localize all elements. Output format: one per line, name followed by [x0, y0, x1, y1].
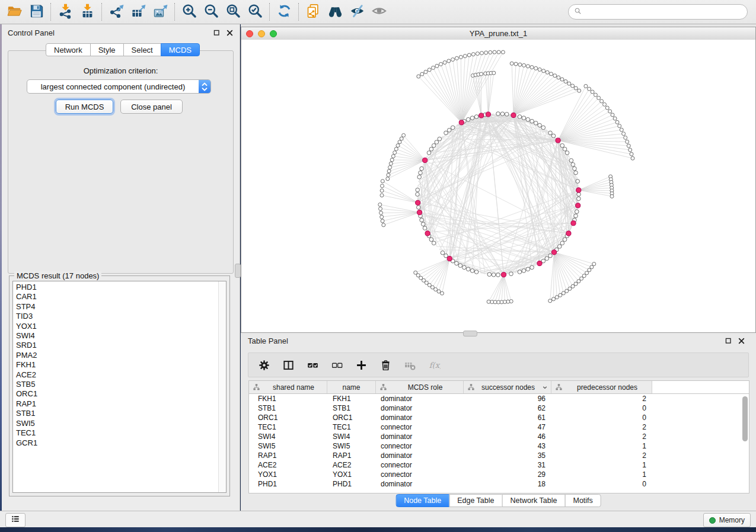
- mcds-result-item[interactable]: PHD1: [16, 283, 226, 292]
- search-box[interactable]: [568, 4, 748, 20]
- mcds-result-item[interactable]: TEC1: [16, 428, 226, 438]
- tab-network-table[interactable]: Network Table: [502, 494, 566, 507]
- table-cell: 62: [464, 404, 551, 412]
- table-cell: 2: [551, 423, 652, 431]
- hide-selected-button[interactable]: [346, 2, 368, 22]
- table-row[interactable]: TEC1TEC1connector472: [249, 422, 749, 432]
- zoom-fit-button[interactable]: [222, 2, 244, 22]
- table-cell: 1: [551, 470, 652, 479]
- table-row[interactable]: SWI5SWI5connector431: [249, 441, 749, 451]
- panel-menu-button[interactable]: [5, 513, 25, 527]
- export-network-button[interactable]: [106, 2, 127, 22]
- column-header-shared-name[interactable]: shared name: [249, 381, 327, 393]
- run-mcds-button[interactable]: Run MCDS: [56, 100, 113, 114]
- tab-network[interactable]: Network: [46, 43, 91, 56]
- first-neighbors-button[interactable]: [324, 2, 346, 22]
- import-table-button[interactable]: [76, 2, 98, 22]
- refresh-view-button[interactable]: [273, 2, 295, 22]
- table-cell: TEC1: [327, 423, 376, 431]
- function-builder-icon: f(x): [428, 359, 441, 371]
- table-row[interactable]: PHD1PHD1dominator180: [249, 479, 749, 489]
- split-divider-handle[interactable]: [235, 264, 241, 278]
- close-panel-icon[interactable]: [738, 337, 745, 345]
- table-row[interactable]: RAP1RAP1dominator352: [249, 451, 749, 460]
- mcds-result-item[interactable]: ORC1: [16, 389, 226, 399]
- column-header-successor-nodes[interactable]: successor nodes: [464, 381, 551, 393]
- search-input[interactable]: [582, 7, 742, 17]
- mcds-result-scrollbar[interactable]: [218, 281, 226, 492]
- float-panel-icon[interactable]: [725, 337, 732, 345]
- close-panel-button[interactable]: Close panel: [120, 100, 183, 114]
- memory-label: Memory: [719, 516, 745, 524]
- mcds-result-item[interactable]: YOX1: [16, 322, 226, 331]
- sort-desc-icon[interactable]: [541, 384, 548, 391]
- optimization-criterion-select[interactable]: largest connected component (undirected): [27, 79, 211, 94]
- table-scrollbar-thumb[interactable]: [742, 396, 748, 441]
- tab-motifs[interactable]: Motifs: [564, 494, 601, 507]
- table-cell: SWI5: [249, 442, 327, 450]
- mcds-result-item[interactable]: GCR1: [16, 438, 226, 448]
- show-columns-icon[interactable]: [282, 359, 295, 371]
- mcds-result-item[interactable]: FKH1: [16, 360, 226, 370]
- toolbar-separator: [50, 3, 52, 21]
- table-row[interactable]: FKH1FKH1dominator962: [249, 394, 749, 403]
- close-panel-icon[interactable]: [226, 29, 234, 37]
- tab-edge-table[interactable]: Edge Table: [449, 494, 502, 507]
- import-network-button[interactable]: [55, 2, 76, 22]
- deselect-all-icon[interactable]: [331, 359, 343, 371]
- tab-node-table[interactable]: Node Table: [395, 494, 449, 507]
- table-cell: SWI5: [327, 442, 376, 450]
- mcds-result-item[interactable]: CAR1: [16, 292, 226, 302]
- table-panel-title: Table Panel: [248, 336, 288, 345]
- table-cell: dominator: [376, 395, 464, 403]
- combo-stepper-icon[interactable]: [199, 80, 210, 93]
- table-cell: 96: [464, 395, 551, 403]
- control-panel-tabs: NetworkStyleSelectMCDS: [46, 43, 200, 56]
- network-graph[interactable]: [241, 40, 755, 332]
- zoom-in-button[interactable]: [178, 2, 200, 22]
- open-file-button[interactable]: [4, 2, 25, 22]
- tab-select[interactable]: Select: [123, 43, 161, 56]
- column-header-predecessor-nodes[interactable]: predecessor nodes: [551, 381, 652, 393]
- tab-style[interactable]: Style: [90, 43, 124, 56]
- table-cell: YOX1: [249, 470, 327, 479]
- settings-gear-icon[interactable]: [258, 359, 270, 371]
- tab-mcds[interactable]: MCDS: [161, 43, 200, 56]
- svg-text:f(x): f(x): [429, 360, 441, 369]
- network-window-titlebar[interactable]: YPA_prune.txt_1: [241, 27, 755, 40]
- table-cell: ORC1: [249, 414, 327, 422]
- mcds-result-item[interactable]: SRD1: [16, 341, 226, 350]
- mcds-result-item[interactable]: SWI4: [16, 331, 226, 341]
- mcds-result-item[interactable]: TID3: [16, 312, 226, 321]
- table-cell: 35: [464, 451, 551, 460]
- save-session-button[interactable]: [25, 2, 47, 22]
- select-all-icon[interactable]: [307, 359, 319, 371]
- table-row[interactable]: STB1STB1dominator620: [249, 403, 749, 413]
- mcds-result-item[interactable]: PMA2: [16, 351, 226, 360]
- float-panel-icon[interactable]: [213, 29, 221, 37]
- zoom-out-button[interactable]: [200, 2, 222, 22]
- clone-network-button[interactable]: [302, 2, 324, 22]
- table-scrollbar[interactable]: [742, 395, 748, 490]
- table-row[interactable]: YOX1YOX1connector291: [249, 470, 749, 479]
- mcds-result-item[interactable]: STB5: [16, 380, 226, 389]
- table-row[interactable]: SWI4SWI4dominator462: [249, 432, 749, 441]
- delete-columns-icon[interactable]: [379, 359, 392, 371]
- mcds-result-item[interactable]: STB1: [16, 409, 226, 418]
- mcds-result-item[interactable]: STP4: [16, 302, 226, 312]
- export-table-button[interactable]: [127, 2, 149, 22]
- table-row[interactable]: ORC1ORC1dominator610: [249, 413, 749, 422]
- mcds-result-list[interactable]: PHD1CAR1STP4TID3YOX1SWI4SRD1PMA2FKH1ACE2…: [12, 281, 227, 493]
- export-image-button[interactable]: [149, 2, 171, 22]
- column-label: predecessor nodes: [563, 383, 652, 392]
- zoom-selected-button[interactable]: [244, 2, 266, 22]
- mcds-result-item[interactable]: ACE2: [16, 370, 226, 380]
- table-row[interactable]: ACE2ACE2connector311: [249, 460, 749, 470]
- column-header-name[interactable]: name: [327, 381, 376, 393]
- column-header-MCDS-role[interactable]: MCDS role: [376, 381, 464, 393]
- mcds-result-item[interactable]: SWI5: [16, 419, 226, 428]
- mcds-result-item[interactable]: RAP1: [16, 399, 226, 409]
- memory-button[interactable]: Memory: [703, 513, 751, 527]
- create-column-icon[interactable]: [355, 359, 368, 371]
- network-canvas[interactable]: [241, 40, 755, 332]
